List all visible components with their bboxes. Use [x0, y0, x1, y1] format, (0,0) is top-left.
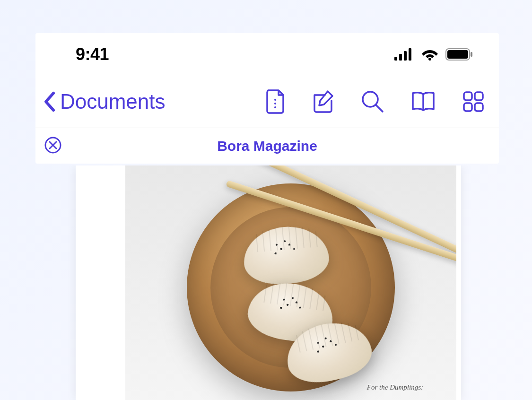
- close-circle-icon: [44, 136, 62, 154]
- svg-rect-0: [394, 57, 397, 61]
- svg-rect-7: [471, 52, 472, 57]
- svg-point-8: [274, 99, 276, 101]
- title-bar: Bora Magazine: [35, 128, 499, 164]
- svg-rect-2: [404, 51, 407, 61]
- cellular-icon: [394, 48, 414, 61]
- status-bar: 9:41: [35, 33, 499, 76]
- svg-rect-15: [475, 92, 483, 100]
- svg-point-4: [428, 58, 431, 61]
- svg-point-9: [274, 103, 276, 104]
- document-title: Bora Magazine: [35, 138, 499, 154]
- svg-rect-1: [399, 54, 402, 61]
- search-icon[interactable]: [361, 90, 384, 113]
- svg-rect-14: [464, 92, 472, 100]
- wifi-icon: [421, 48, 439, 61]
- svg-rect-3: [409, 48, 411, 61]
- grid-icon[interactable]: [462, 90, 485, 113]
- close-button[interactable]: [44, 136, 62, 156]
- status-indicators: [394, 48, 473, 61]
- back-button[interactable]: Documents: [43, 90, 166, 113]
- app-frame: 9:41 Documents: [35, 33, 499, 164]
- battery-icon: [445, 48, 473, 61]
- svg-rect-17: [475, 103, 483, 111]
- svg-rect-16: [464, 103, 472, 111]
- photo-caption: For the Dumplings:: [367, 383, 423, 391]
- document-icon[interactable]: [265, 89, 285, 114]
- toolbar: [265, 89, 485, 114]
- edit-icon[interactable]: [311, 89, 335, 114]
- back-label: Documents: [60, 90, 166, 113]
- svg-line-12: [376, 105, 383, 112]
- book-icon[interactable]: [410, 90, 436, 113]
- navigation-bar: Documents: [35, 76, 499, 128]
- svg-point-10: [274, 106, 276, 108]
- status-time: 9:41: [76, 44, 109, 64]
- document-content[interactable]: 12 For the Dumplings:: [35, 165, 499, 400]
- svg-rect-6: [447, 50, 468, 59]
- page-photo: For the Dumplings:: [125, 165, 456, 400]
- chevron-left-icon: [43, 90, 56, 113]
